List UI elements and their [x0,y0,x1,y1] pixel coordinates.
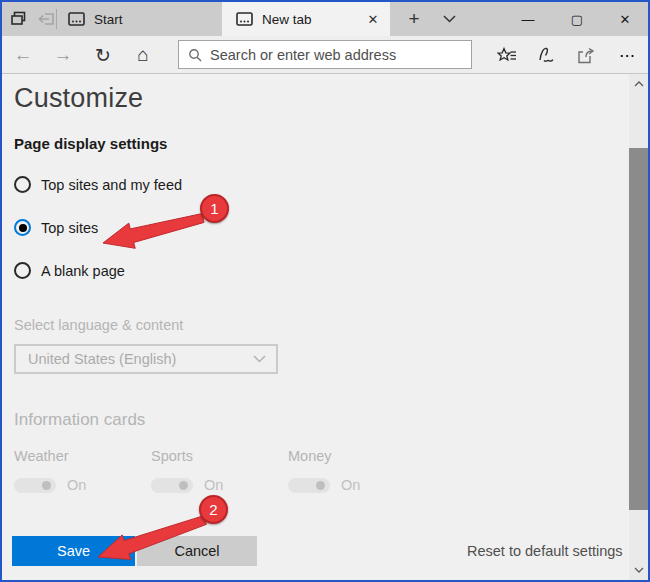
card-sports: Sports [151,447,281,465]
card-label: Sports [151,448,193,464]
new-tab-button[interactable]: + [398,2,430,36]
tab-new-tab[interactable]: New tab ✕ [222,2,390,36]
address-placeholder: Search or enter web address [210,47,396,63]
sports-toggle[interactable]: On [151,477,223,493]
tab-start[interactable]: Start [57,2,222,36]
page-display-heading: Page display settings [14,135,167,152]
reset-defaults-link[interactable]: Reset to default settings [467,543,629,559]
toggle-state: On [341,477,360,493]
tab-preview-icon [10,10,28,28]
toggle-state: On [204,477,223,493]
toggle-switch[interactable] [288,478,330,493]
dropdown-chevron-icon [253,355,266,363]
ink-pen-icon [536,46,556,64]
window-minimize-button[interactable]: — [506,2,550,36]
tab-bar: Start New tab ✕ + — ▢ ✕ [2,2,648,36]
cancel-button[interactable]: Cancel [137,536,257,566]
panel-title: Customize [14,83,143,114]
scroll-up-arrow[interactable] [629,76,648,92]
toggle-knob [316,481,325,490]
tab-new-tab-label: New tab [262,12,312,27]
card-label: Weather [14,448,69,464]
radio-label: A blank page [41,263,125,279]
save-button[interactable]: Save [12,536,135,566]
edge-browser-window: Start New tab ✕ + — ▢ ✕ ← → ↻ ⌂ Search o… [0,0,650,582]
annotation-badge-1: 1 [200,194,229,223]
tab-close-button[interactable]: ✕ [364,10,382,28]
scroll-down-arrow[interactable] [629,562,648,578]
radio-circle[interactable] [14,176,31,193]
web-note-button[interactable] [528,36,564,74]
scrollbar-thumb[interactable] [629,148,648,510]
annotation-arrow-1 [103,214,204,249]
language-dropdown[interactable]: United States (English) [14,344,278,374]
toggle-switch[interactable] [14,478,56,493]
set-tabs-aside-icon [38,11,56,27]
radio-option-blank-page[interactable]: A blank page [14,262,125,279]
toggle-knob [179,481,188,490]
radio-label: Top sites and my feed [41,177,182,193]
vertical-scrollbar[interactable] [629,74,648,580]
share-button[interactable] [568,36,604,74]
weather-toggle[interactable]: On [14,477,86,493]
address-search-input[interactable]: Search or enter web address [178,40,472,69]
information-cards-heading: Information cards [14,410,145,430]
set-aside-tabs-preview-button[interactable] [4,2,34,36]
back-button[interactable]: ← [4,36,42,74]
chevron-down-icon [443,15,456,23]
start-page-icon [68,12,85,26]
money-toggle[interactable]: On [288,477,360,493]
annotation-badge-2: 2 [199,495,228,524]
radio-option-top-sites[interactable]: Top sites [14,219,98,236]
toggle-knob [42,481,51,490]
card-weather: Weather [14,447,144,465]
hub-favorites-button[interactable] [489,36,525,74]
card-money: Money [288,447,418,465]
language-label: Select language & content [14,317,183,333]
tab-start-label: Start [94,12,123,27]
toggle-switch[interactable] [151,478,193,493]
favorites-star-icon [497,47,517,64]
radio-circle[interactable] [14,219,31,236]
card-label: Money [288,448,332,464]
chevron-down-icon [634,567,644,573]
search-icon [188,48,202,62]
customize-panel: Customize Page display settings Top site… [2,74,648,580]
language-value: United States (English) [28,351,176,367]
radio-label: Top sites [41,220,98,236]
radio-circle[interactable] [14,262,31,279]
settings-more-button[interactable]: ⋯ [609,36,645,74]
toggle-state: On [67,477,86,493]
chevron-up-icon [634,81,644,87]
forward-button[interactable]: → [44,36,82,74]
radio-option-top-sites-and-feed[interactable]: Top sites and my feed [14,176,182,193]
navigation-bar: ← → ↻ ⌂ Search or enter web address ⋯ [2,36,648,74]
window-maximize-button[interactable]: ▢ [555,2,599,36]
tab-preview-chevron-button[interactable] [433,2,465,36]
share-icon [577,47,596,64]
home-button[interactable]: ⌂ [124,36,162,74]
window-close-button[interactable]: ✕ [603,2,647,36]
new-tab-page-icon [236,12,253,26]
refresh-button[interactable]: ↻ [84,36,122,74]
